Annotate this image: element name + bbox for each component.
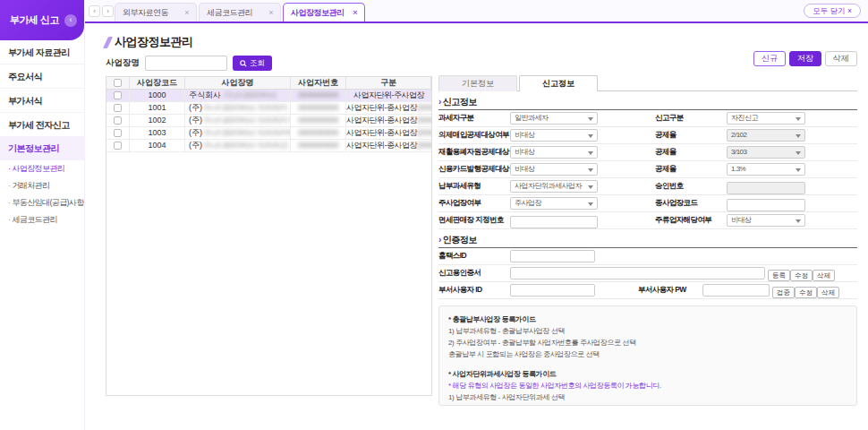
tab-label: 외부자료연동 bbox=[123, 7, 168, 19]
row-checkbox[interactable] bbox=[114, 129, 122, 137]
save-button[interactable]: 저장 bbox=[789, 51, 821, 66]
table-row[interactable]: 1004(주)가나다라마바사 아자차간0000000000사업자단위-종사업장(… bbox=[106, 140, 431, 152]
app-window: 부가세 신고 ‹ 부가세 자료관리 주요서식 부가서식 부가세 전자신고 기본정… bbox=[0, 0, 868, 430]
col-workplace-code: 사업장코드 bbox=[130, 77, 185, 89]
main-workplace-select[interactable]: 주사업장 bbox=[510, 197, 598, 210]
credit-card-issue-deduction-select[interactable]: 비대상 bbox=[510, 163, 598, 176]
registration-guide-box: * 총괄납부사업장 등록가이드1) 납부과세유형 - 총괄납부사업장 선택2) … bbox=[438, 305, 857, 406]
search-bar: 사업장명 조회 bbox=[106, 56, 272, 71]
pw-delete-button[interactable]: 삭제 bbox=[817, 287, 839, 298]
type-redacted: (0000) bbox=[417, 141, 431, 150]
form-row: 면세판매장 지정번호주류업자해당여부비대상 bbox=[438, 212, 857, 229]
row-checkbox[interactable] bbox=[114, 104, 122, 112]
cert-delete-button[interactable]: 삭제 bbox=[813, 270, 835, 281]
taxpayer-class-select[interactable]: 일반과세자 bbox=[510, 112, 598, 125]
form-row: 주사업장여부주사업장종사업장코드 bbox=[438, 195, 857, 212]
cell-type: 사업자단위-종사업장(0000) bbox=[346, 115, 431, 126]
form-row: 재활용폐자원공제대상여부비대상공제율3/103 bbox=[438, 144, 857, 161]
tab-close-icon[interactable]: × bbox=[268, 8, 273, 17]
detail-tabs: 기본정보 신고정보 bbox=[438, 75, 857, 91]
select-all-checkbox[interactable] bbox=[114, 79, 122, 87]
form-field: 비대상 bbox=[510, 163, 655, 176]
table-row[interactable]: 1000주식회사 가나다라마바사0000000000사업자단위-주사업장 bbox=[106, 90, 431, 102]
form-row: 의제매입공제대상여부비대상공제율2/102 bbox=[438, 127, 857, 144]
liquor-dealer-select[interactable]: 비대상 bbox=[727, 214, 805, 227]
search-label: 사업장명 bbox=[106, 57, 140, 69]
cell-type: 사업자단위-주사업장 bbox=[346, 90, 431, 101]
dutyfree-shop-number-input[interactable] bbox=[510, 216, 598, 228]
tabs-next-arrow-icon[interactable]: › bbox=[102, 5, 114, 17]
dept-user-id-input[interactable] bbox=[510, 284, 595, 297]
select-value: 주사업장 bbox=[515, 199, 541, 207]
tab-tax-code-mgmt[interactable]: 세금코드관리 × bbox=[199, 3, 281, 22]
dept-user-pw-label: 부서사용자 PW bbox=[638, 285, 702, 296]
bullet-icon: · bbox=[8, 164, 10, 173]
row-checkbox-cell bbox=[106, 115, 130, 126]
sidebar-subitem-workplace-info-mgmt[interactable]: ·사업장정보관리 bbox=[0, 160, 84, 177]
tab-external-data-link[interactable]: 외부자료연동 × bbox=[115, 3, 197, 22]
sidebar-subitem-tax-code-mgmt[interactable]: ·세금코드관리 bbox=[0, 211, 84, 228]
table-row[interactable]: 1003(주)가나다라마바사 아자차카타 파..0000000000사업자단위-… bbox=[106, 127, 431, 140]
auth-info-form: 홈택스ID 신고용인증서 등록수정삭제 부서사용자 ID 부서사용자 PW 검증… bbox=[438, 247, 857, 299]
sidebar-item-sub-forms[interactable]: 부가서식 bbox=[0, 89, 84, 113]
tab-close-icon[interactable]: × bbox=[184, 8, 189, 17]
form-field: 비대상 bbox=[510, 146, 655, 159]
pw-verify-button[interactable]: 검증 bbox=[772, 287, 795, 298]
col-business-number: 사업자번호 bbox=[291, 77, 346, 89]
dept-user-pw-input[interactable] bbox=[702, 284, 770, 297]
section-auth-info-title: ›인증정보 bbox=[438, 234, 857, 247]
form-label: 주류업자해당여부 bbox=[655, 215, 727, 226]
select-value: 1.3% bbox=[731, 165, 745, 173]
table-row[interactable]: 1002(주)가나다라마바사 아자차카 타파..0000000000사업자단위-… bbox=[106, 115, 431, 127]
select-value: 자진신고 bbox=[731, 114, 758, 122]
report-cert-label: 신고용인증서 bbox=[438, 268, 510, 279]
type-text: 사업자단위-종사업장 bbox=[346, 141, 417, 150]
sidebar-subitem-client-mgmt[interactable]: ·거래처관리 bbox=[0, 177, 84, 194]
recycled-resource-deduction-select[interactable]: 비대상 bbox=[510, 146, 598, 159]
form-label: 과세자구분 bbox=[438, 113, 510, 124]
workplace-grid: 사업장코드 사업장명 사업자번호 구분 1000주식회사 가나다라마바사0000… bbox=[106, 76, 432, 396]
tab-basic-info[interactable]: 기본정보 bbox=[438, 75, 517, 91]
sidebar-subitem-label: 사업장정보관리 bbox=[12, 164, 64, 173]
approval-number-input bbox=[727, 182, 805, 194]
row-checkbox[interactable] bbox=[114, 142, 122, 150]
sidebar-item-vat-data-mgmt[interactable]: 부가세 자료관리 bbox=[0, 40, 84, 64]
close-all-tabs-button[interactable]: 모두 닫기 × bbox=[804, 4, 861, 18]
tabs-prev-arrow-icon[interactable]: ‹ bbox=[89, 5, 100, 17]
hometax-id-input[interactable] bbox=[510, 250, 595, 262]
search-button[interactable]: 조회 bbox=[233, 56, 272, 71]
cell-workplace-name: (주)가나다라마바사 아자차카 bbox=[185, 102, 291, 114]
tab-close-icon[interactable]: × bbox=[353, 8, 357, 17]
row-checkbox[interactable] bbox=[114, 116, 122, 125]
bizno-redacted: 0000000000 bbox=[298, 116, 338, 125]
form-label: 주사업장여부 bbox=[438, 198, 510, 209]
col-workplace-name: 사업장명 bbox=[185, 77, 291, 89]
cert-edit-button[interactable]: 수정 bbox=[790, 270, 813, 281]
payment-tax-type-select[interactable]: 사업자단위과세사업자 bbox=[510, 180, 598, 193]
sidebar-subitems: ·사업장정보관리·거래처관리·부동산임대(공급)사항등록·세금코드관리 bbox=[0, 160, 84, 228]
row-checkbox[interactable] bbox=[114, 91, 122, 99]
name-prefix: 주식회사 bbox=[189, 90, 224, 99]
credit-card-rate-select[interactable]: 1.3% bbox=[727, 163, 805, 176]
delete-button[interactable]: 삭제 bbox=[825, 51, 857, 66]
tab-report-info[interactable]: 신고정보 bbox=[519, 75, 598, 91]
section-title-text: 신고정보 bbox=[443, 97, 477, 107]
sidebar-subitem-realestate-rental-reg[interactable]: ·부동산임대(공급)사항등록 bbox=[0, 194, 84, 211]
sub-workplace-code-input[interactable] bbox=[727, 199, 805, 211]
sidebar-collapse-icon[interactable]: ‹ bbox=[64, 14, 77, 27]
sidebar-item-main-forms[interactable]: 주요서식 bbox=[0, 64, 84, 89]
cert-register-button[interactable]: 등록 bbox=[768, 270, 790, 281]
deemed-purchase-deduction-select[interactable]: 비대상 bbox=[510, 129, 598, 142]
sidebar-group-basic-info[interactable]: 기본정보관리 bbox=[0, 137, 84, 160]
action-buttons: 신규 저장 삭제 bbox=[753, 51, 857, 66]
tab-workplace-info-mgmt[interactable]: 사업장정보관리 × bbox=[283, 3, 365, 22]
guide-block2-title: * 사업자단위과세사업장 등록가이드 bbox=[448, 368, 847, 380]
table-row[interactable]: 1001(주)가나다라마바사 아자차카0000000000사업자단위-종사업장(… bbox=[106, 102, 431, 115]
pw-edit-button[interactable]: 수정 bbox=[795, 287, 817, 298]
workplace-name-search-input[interactable] bbox=[145, 56, 227, 71]
sidebar-item-vat-e-filing[interactable]: 부가세 전자신고 bbox=[0, 113, 84, 137]
report-cert-input[interactable] bbox=[510, 267, 765, 280]
new-button[interactable]: 신규 bbox=[753, 51, 786, 66]
report-class-select[interactable]: 자진신고 bbox=[727, 112, 805, 125]
type-text: 사업자단위-종사업장 bbox=[346, 128, 417, 137]
